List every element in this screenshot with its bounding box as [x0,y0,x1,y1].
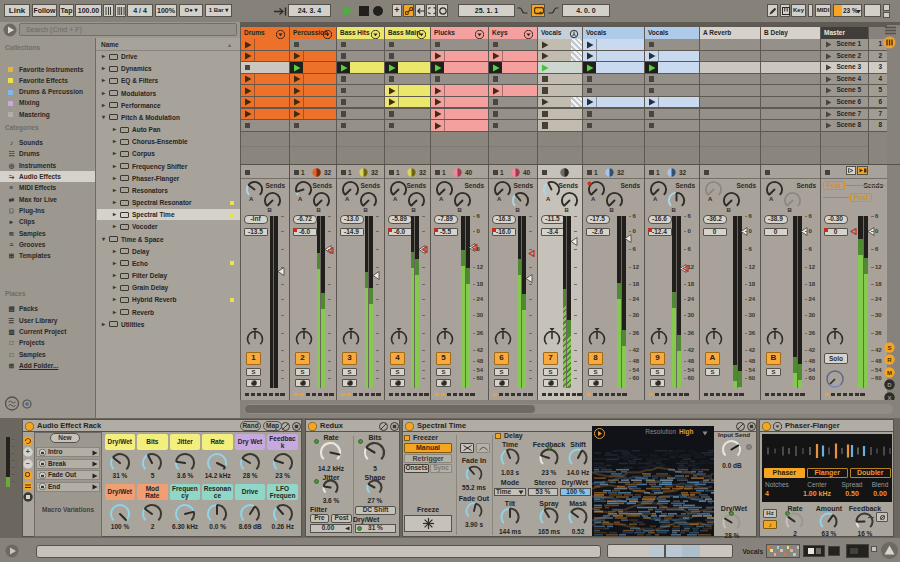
svg-text:M: M [887,370,892,376]
svg-text:S: S [887,345,891,351]
svg-text:D: D [887,382,892,388]
svg-text:R: R [887,357,892,363]
